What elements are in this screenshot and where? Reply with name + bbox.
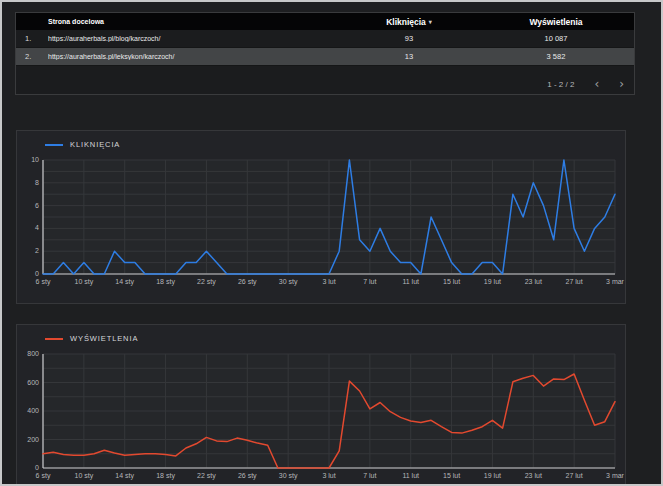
x-axis-tick-label: 19 lut	[484, 278, 501, 285]
x-axis-tick-label: 15 lut	[443, 472, 460, 479]
x-axis-tick-label: 15 lut	[443, 278, 460, 285]
x-axis-tick-label: 3 mar	[606, 472, 624, 479]
impressions-legend-swatch	[45, 338, 63, 340]
previous-page-icon[interactable]: ‹	[594, 79, 599, 89]
x-axis-tick-label: 11 lut	[402, 278, 419, 285]
impressions-legend: WYŚWIETLENIA	[45, 334, 138, 343]
pagination: 1 - 2 / 2 ‹ ›	[547, 79, 624, 89]
dashboard-page: { "table": { "columns": [ { "label": "St…	[0, 0, 663, 486]
impressions-value: 10 087	[484, 34, 634, 43]
x-axis-tick-label: 14 sty	[115, 472, 134, 479]
y-axis-tick-label: 8	[19, 179, 39, 186]
column-header-kliknięcia[interactable]: Kliknięcia▾	[334, 17, 484, 27]
x-axis-tick-label: 27 lut	[566, 472, 583, 479]
clicks-plot-area	[43, 160, 615, 274]
row-number: 1.	[16, 34, 48, 43]
clicks-legend-swatch	[45, 144, 63, 146]
y-axis-tick-label: 6	[19, 202, 39, 209]
wyświetlenia-chart-svg	[43, 354, 615, 468]
x-axis-tick-label: 6 sty	[36, 472, 51, 479]
impressions-legend-label: WYŚWIETLENIA	[70, 334, 138, 343]
x-axis-tick-label: 7 lut	[363, 278, 376, 285]
x-axis-tick-label: 6 sty	[36, 278, 51, 285]
x-axis-tick-label: 22 sty	[197, 278, 216, 285]
landing-page-url[interactable]: https://auraherbals.pl/blog/karczoch/	[48, 35, 334, 42]
landing-pages-table: Strona docelowa Kliknięcia▾ Wyświetlenia…	[15, 12, 635, 95]
x-axis-tick-label: 14 sty	[115, 278, 134, 285]
kliknięcia-chart-svg	[43, 160, 615, 274]
x-axis-tick-label: 30 sty	[279, 472, 298, 479]
impressions-chart-panel: WYŚWIETLENIA 02004006008006 sty10 sty14 …	[16, 324, 626, 486]
y-axis-tick-label: 200	[19, 436, 39, 443]
x-axis-tick-label: 30 sty	[279, 278, 298, 285]
clicks-value: 13	[334, 52, 484, 61]
y-axis-tick-label: 0	[19, 270, 39, 277]
clicks-legend-label: KLIKNIĘCIA	[70, 140, 120, 149]
x-axis-tick-label: 3 mar	[606, 278, 624, 285]
column-header-strona-docelowa[interactable]: Strona docelowa	[48, 18, 334, 25]
y-axis-tick-label: 4	[19, 224, 39, 231]
sort-desc-icon: ▾	[429, 19, 432, 25]
y-axis-tick-label: 2	[19, 247, 39, 254]
table-row[interactable]: 2. https://auraherbals.pl/leksykon/karcz…	[16, 48, 634, 66]
table-row[interactable]: 1. https://auraherbals.pl/blog/karczoch/…	[16, 30, 634, 48]
x-axis-tick-label: 22 sty	[197, 472, 216, 479]
x-axis-tick-label: 3 lut	[322, 278, 335, 285]
impressions-value: 3 582	[484, 52, 634, 61]
x-axis-tick-label: 10 sty	[75, 472, 94, 479]
next-page-icon[interactable]: ›	[619, 79, 624, 89]
x-axis-tick-label: 7 lut	[363, 472, 376, 479]
y-axis-tick-label: 600	[19, 379, 39, 386]
x-axis-tick-label: 18 sty	[156, 278, 175, 285]
row-number: 2.	[16, 52, 48, 61]
y-axis-tick-label: 400	[19, 407, 39, 414]
pagination-range-label: 1 - 2 / 2	[547, 80, 574, 89]
x-axis-tick-label: 11 lut	[402, 472, 419, 479]
x-axis-tick-label: 3 lut	[322, 472, 335, 479]
clicks-chart-panel: KLIKNIĘCIA 02468106 sty10 sty14 sty18 st…	[16, 130, 626, 304]
impressions-plot-area	[43, 354, 615, 468]
x-axis-tick-label: 10 sty	[75, 278, 94, 285]
y-axis-tick-label: 10	[19, 156, 39, 163]
column-header-kliknięcia-label: Kliknięcia	[386, 17, 426, 27]
x-axis-tick-label: 19 lut	[484, 472, 501, 479]
x-axis-tick-label: 27 lut	[566, 278, 583, 285]
landing-page-url[interactable]: https://auraherbals.pl/leksykon/karczoch…	[48, 53, 334, 60]
x-axis-tick-label: 23 lut	[525, 472, 542, 479]
x-axis-tick-label: 23 lut	[525, 278, 542, 285]
x-axis-tick-label: 26 sty	[238, 278, 257, 285]
clicks-legend: KLIKNIĘCIA	[45, 140, 120, 149]
table-header-row: Strona docelowa Kliknięcia▾ Wyświetlenia	[16, 13, 634, 30]
y-axis-tick-label: 800	[19, 350, 39, 357]
x-axis-tick-label: 26 sty	[238, 472, 257, 479]
x-axis-tick-label: 18 sty	[156, 472, 175, 479]
clicks-value: 93	[334, 34, 484, 43]
y-axis-tick-label: 0	[19, 464, 39, 471]
column-header-wyświetlenia[interactable]: Wyświetlenia	[484, 17, 634, 27]
